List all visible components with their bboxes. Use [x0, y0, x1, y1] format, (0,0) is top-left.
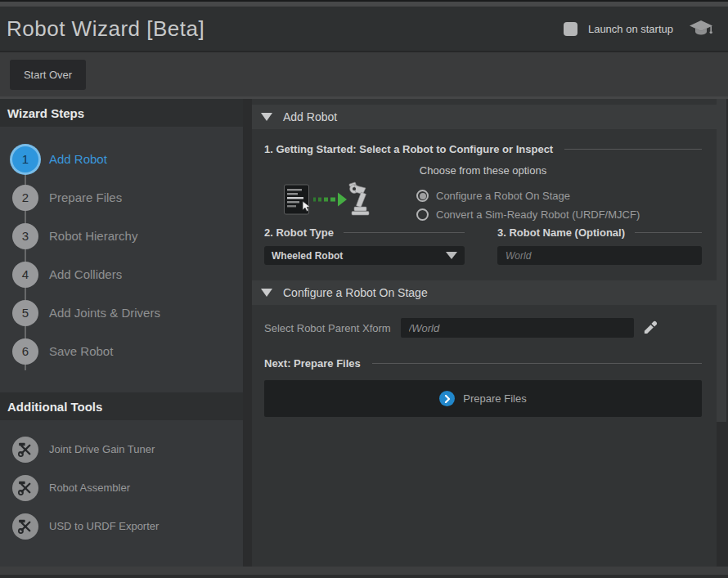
- robot-name-field: 3. Robot Name (Optional): [497, 226, 702, 265]
- step-add-colliders[interactable]: 4 Add Colliders: [0, 255, 243, 293]
- divider-line: [564, 149, 702, 150]
- fields-row: 2. Robot Type Wheeled Robot 3. Robot Nam…: [264, 226, 702, 265]
- add-robot-section-body: 1. Getting Started: Select a Robot to Co…: [252, 143, 717, 265]
- getting-started-row: 1. Getting Started: Select a Robot to Co…: [264, 143, 702, 155]
- tool-robot-assembler[interactable]: Robot Assembler: [0, 468, 243, 507]
- radio-configure-on-stage[interactable]: Configure a Robot On Stage: [416, 186, 640, 205]
- getting-started-title: 1. Getting Started: Select a Robot to Co…: [264, 143, 553, 155]
- graduation-cap-icon[interactable]: [689, 20, 713, 38]
- next-step-row: Next: Prepare Files: [264, 357, 702, 370]
- vertical-scrollbar[interactable]: [717, 99, 726, 422]
- additional-tools-header: Additional Tools: [0, 392, 243, 420]
- tool-label: Joint Drive Gain Tuner: [49, 443, 155, 455]
- step-label: Save Robot: [49, 344, 113, 358]
- configure-section-body: Select Robot Parent Xform Next: Prepare …: [252, 318, 717, 417]
- step-label: Robot Hierarchy: [49, 229, 137, 243]
- step-label: Add Robot: [49, 152, 107, 166]
- add-robot-section-header[interactable]: Add Robot: [252, 105, 717, 129]
- section-gap: [252, 265, 717, 280]
- divider-line: [344, 232, 465, 233]
- wizard-steps-header: Wizard Steps: [0, 99, 243, 127]
- step-add-robot[interactable]: 1 Add Robot: [0, 140, 243, 178]
- radio-convert-sim-ready[interactable]: Convert a Sim-Ready Robot (URDF/MJCF): [416, 205, 640, 224]
- step-number-badge: 1: [12, 146, 38, 173]
- title-bar: Robot Wizard [Beta] Launch on startup: [0, 7, 728, 52]
- configure-robot-illustration-icon: [283, 181, 371, 217]
- steps-list: 1 Add Robot 2 Prepare Files 3 Robot Hier…: [0, 140, 243, 370]
- main-panel: Add Robot 1. Getting Started: Select a R…: [252, 99, 717, 567]
- divider-line: [372, 363, 702, 364]
- divider-line: [635, 232, 702, 233]
- parent-xform-input[interactable]: [401, 318, 634, 338]
- collapse-triangle-icon: [261, 113, 272, 121]
- step-prepare-files[interactable]: 2 Prepare Files: [0, 178, 243, 217]
- launch-on-startup-label: Launch on startup: [588, 23, 673, 35]
- tool-label: Robot Assembler: [49, 482, 130, 494]
- page-title: Robot Wizard [Beta]: [7, 16, 204, 42]
- parent-xform-row: Select Robot Parent Xform: [264, 318, 702, 338]
- choose-options-label: Choose from these options: [264, 164, 702, 177]
- robot-type-field: 2. Robot Type Wheeled Robot: [264, 226, 465, 265]
- step-label: Add Colliders: [49, 267, 122, 281]
- start-over-button[interactable]: Start Over: [10, 60, 86, 90]
- radio-button-icon: [416, 190, 429, 202]
- step-save-robot[interactable]: 6 Save Robot: [0, 332, 243, 370]
- tool-label: USD to URDF Exporter: [49, 520, 159, 532]
- eyedropper-icon[interactable]: [643, 320, 658, 335]
- content-area: Wizard Steps 1 Add Robot 2 Prepare Files…: [0, 99, 728, 567]
- robot-type-dropdown[interactable]: Wheeled Robot: [264, 246, 465, 265]
- radio-label: Convert a Sim-Ready Robot (URDF/MJCF): [436, 208, 640, 221]
- next-step-title: Next: Prepare Files: [264, 357, 361, 370]
- robot-source-radio-group: Configure a Robot On Stage Convert a Sim…: [416, 186, 640, 224]
- step-add-joints-drivers[interactable]: 5 Add Joints & Drivers: [0, 293, 243, 332]
- launch-on-startup-checkbox[interactable]: [564, 22, 577, 36]
- step-robot-hierarchy[interactable]: 3 Robot Hierarchy: [0, 217, 243, 255]
- configure-section-header[interactable]: Configure a Robot On Stage: [252, 280, 717, 305]
- step-number-badge: 2: [12, 185, 38, 211]
- collapse-triangle-icon: [261, 289, 272, 297]
- crossed-tools-icon: [12, 475, 38, 501]
- section-title: Add Robot: [283, 110, 337, 123]
- section-title: Configure a Robot On Stage: [283, 286, 428, 299]
- chevron-down-icon: [446, 252, 457, 259]
- parent-xform-label: Select Robot Parent Xform: [264, 322, 391, 334]
- tool-usd-to-urdf-exporter[interactable]: USD to URDF Exporter: [0, 507, 243, 545]
- prepare-files-label: Prepare Files: [463, 392, 526, 405]
- robot-type-value: Wheeled Robot: [272, 250, 343, 262]
- prepare-files-button[interactable]: Prepare Files: [264, 380, 702, 417]
- step-number-badge: 6: [12, 338, 38, 365]
- step-number-badge: 4: [12, 262, 38, 288]
- step-label: Add Joints & Drivers: [49, 306, 160, 320]
- crossed-tools-icon: [12, 437, 38, 463]
- options-row: Configure a Robot On Stage Convert a Sim…: [264, 181, 702, 224]
- crossed-tools-icon: [12, 513, 38, 540]
- wizard-steps-panel: Wizard Steps 1 Add Robot 2 Prepare Files…: [0, 99, 243, 567]
- arrow-right-circle-icon: [439, 391, 455, 406]
- titlebar-right-group: Launch on startup: [564, 20, 713, 38]
- window-bottom-strip: [0, 567, 728, 575]
- tools-list: Joint Drive Gain Tuner Robot Assembler: [0, 430, 243, 545]
- robot-name-input[interactable]: [497, 246, 702, 265]
- toolbar: Start Over: [0, 52, 728, 96]
- radio-label: Configure a Robot On Stage: [436, 190, 570, 202]
- step-number-badge: 5: [12, 300, 38, 326]
- tool-joint-drive-gain-tuner[interactable]: Joint Drive Gain Tuner: [0, 430, 243, 468]
- robot-type-label: 2. Robot Type: [264, 226, 334, 239]
- radio-button-icon: [416, 208, 429, 221]
- robot-name-label: 3. Robot Name (Optional): [497, 226, 625, 239]
- step-number-badge: 3: [12, 223, 38, 249]
- step-label: Prepare Files: [49, 190, 122, 204]
